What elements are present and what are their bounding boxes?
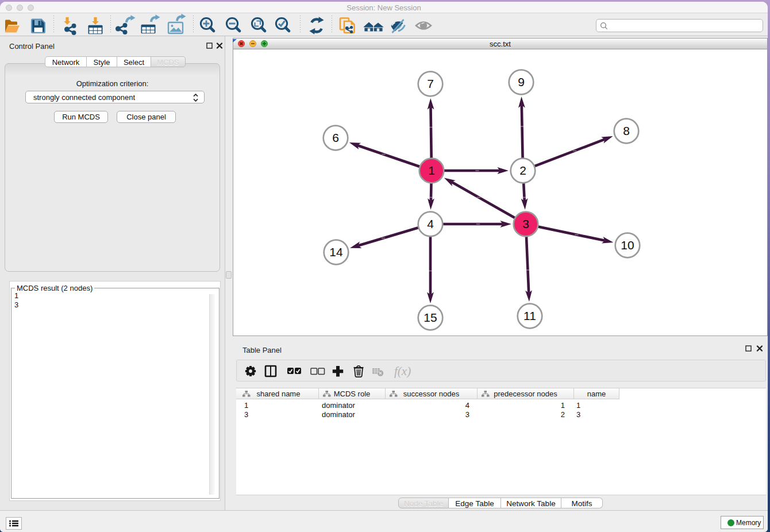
svg-text:15: 15 bbox=[424, 311, 437, 324]
svg-text:6: 6 bbox=[332, 131, 339, 144]
svg-text:f(x): f(x) bbox=[394, 364, 411, 378]
svg-text:8: 8 bbox=[623, 124, 630, 137]
svg-text:11: 11 bbox=[523, 309, 536, 322]
svg-text:10: 10 bbox=[621, 238, 634, 252]
svg-text:1: 1 bbox=[428, 164, 435, 177]
svg-text:2: 2 bbox=[519, 164, 526, 177]
svg-text:14: 14 bbox=[329, 245, 343, 259]
svg-text:7: 7 bbox=[427, 77, 434, 90]
svg-text:9: 9 bbox=[518, 75, 525, 88]
svg-text:4: 4 bbox=[427, 217, 434, 230]
svg-text:3: 3 bbox=[522, 217, 529, 230]
